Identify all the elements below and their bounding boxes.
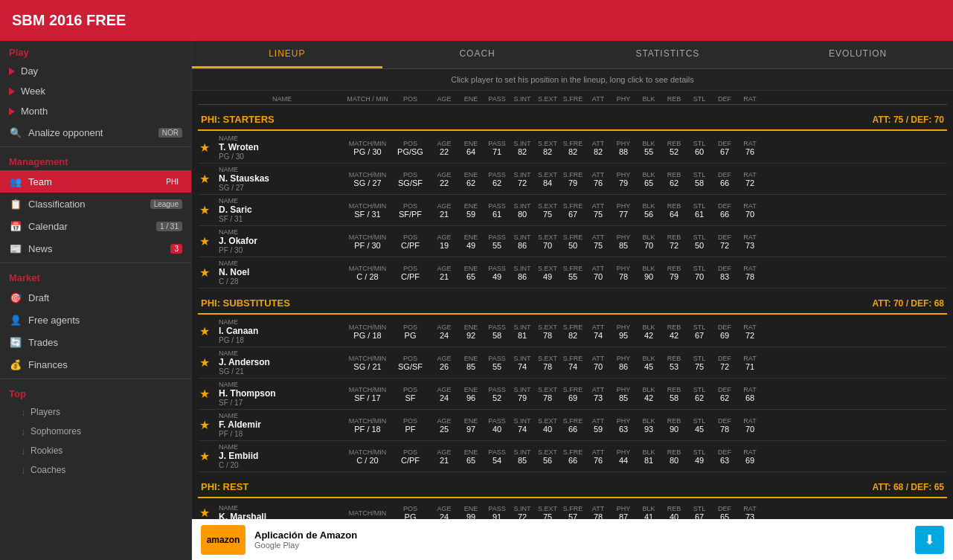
amazon-download-button[interactable]: ⬇ <box>915 526 944 554</box>
arrow-icon <box>9 108 15 115</box>
starters-header: PHI: STARTERS ATT: 75 / DEF: 70 <box>198 109 947 131</box>
sidebar-section-top: Top <box>0 382 191 402</box>
table-row[interactable]: ★NAMEN. NoelC / 28MATCH/MINC / 28POSC/PF… <box>198 257 947 289</box>
search-icon: 🔍 <box>9 126 22 139</box>
sidebar-item-trades[interactable]: 🔄 Trades <box>0 331 191 353</box>
tab-bar: LINEUP COACH STATISTITCS EVOLUTION <box>192 41 953 69</box>
table-row[interactable]: ★NAMEI. CanaanPG / 18MATCH/MINPG / 18POS… <box>198 316 947 347</box>
tab-lineup[interactable]: LINEUP <box>192 41 382 68</box>
down-arrow-icon: ↓ <box>21 406 26 418</box>
table-row[interactable]: ★NAMEJ. OkaforPF / 30MATCH/MINPF / 30POS… <box>198 226 947 257</box>
list-icon: 📋 <box>9 197 22 210</box>
down-arrow-icon: ↓ <box>21 425 26 437</box>
agent-icon: 👤 <box>9 313 22 326</box>
table-row[interactable]: ★NAMEF. AldemirPF / 18MATCH/MINPF / 18PO… <box>198 410 947 441</box>
star-icon[interactable]: ★ <box>199 506 210 519</box>
star-icon[interactable]: ★ <box>199 325 210 338</box>
trade-icon: 🔄 <box>9 335 22 349</box>
star-icon[interactable]: ★ <box>199 356 210 369</box>
draft-icon: 🎯 <box>9 291 22 304</box>
sidebar: Play Day Week Month 🔍 Analize opponent N… <box>0 41 192 560</box>
table-row[interactable]: ★NAMEJ. AndersonSG / 21MATCH/MINSG / 21P… <box>198 347 947 379</box>
app-header: SBM 2016 FREE <box>0 0 953 41</box>
starters-title: PHI: STARTERS <box>201 114 275 125</box>
amazon-text: Aplicación de Amazon Google Play <box>254 530 357 550</box>
table-row[interactable]: ★NAMEK. MarshallMATCH/MINPOSPGAGE24ENE99… <box>198 500 947 519</box>
substitutes-stats: ATT: 70 / DEF: 68 <box>873 298 945 309</box>
col-header-match: MATCH / MIN <box>345 95 390 103</box>
rest-header: PHI: REST ATT: 68 / DEF: 65 <box>198 477 947 498</box>
star-icon[interactable]: ★ <box>199 266 210 279</box>
sidebar-item-team[interactable]: 👥 Team PHI <box>0 170 191 193</box>
divider <box>0 379 191 379</box>
amazon-logo: amazon <box>201 525 246 555</box>
sidebar-item-analize[interactable]: 🔍 Analize opponent NOR <box>0 121 191 144</box>
rest-rows: ★NAMEK. MarshallMATCH/MINPOSPGAGE24ENE99… <box>198 500 947 519</box>
down-arrow-icon: ↓ <box>21 445 26 457</box>
team-icon: 👥 <box>9 175 22 188</box>
col-header-pos: POS <box>390 95 431 103</box>
down-arrow-icon: ↓ <box>21 464 26 476</box>
starters-rows: ★NAMET. WrotenPG / 30MATCH/MINPG / 30POS… <box>198 132 947 289</box>
rest-stats: ATT: 68 / DEF: 65 <box>873 482 945 492</box>
sidebar-section-market: Market <box>0 266 191 286</box>
sidebar-section-management: Management <box>0 150 191 170</box>
sidebar-item-news[interactable]: 📰 News 3 <box>0 237 191 260</box>
sidebar-item-sophomores[interactable]: ↓ Sophomores <box>0 422 191 441</box>
amazon-bar: amazon Aplicación de Amazon Google Play … <box>192 519 953 560</box>
download-icon: ⬇ <box>924 532 935 547</box>
table-row[interactable]: ★NAMEH. ThompsonSF / 17MATCH/MINSF / 17P… <box>198 379 947 410</box>
news-icon: 📰 <box>9 242 22 255</box>
col-header-name: NAME <box>219 95 345 103</box>
sidebar-item-free-agents[interactable]: 👤 Free agents <box>0 309 191 331</box>
substitutes-rows: ★NAMEI. CanaanPG / 18MATCH/MINPG / 18POS… <box>198 316 947 472</box>
star-icon[interactable]: ★ <box>199 173 210 185</box>
sidebar-item-week[interactable]: Week <box>0 81 191 101</box>
col-header-age: AGE <box>431 95 458 103</box>
star-icon[interactable]: ★ <box>199 141 210 154</box>
sidebar-item-coaches[interactable]: ↓ Coaches <box>0 460 191 480</box>
sidebar-item-players[interactable]: ↓ Players <box>0 402 191 422</box>
sidebar-item-classification[interactable]: 📋 Classification League <box>0 193 191 215</box>
substitutes-header: PHI: SUBSTITUTES ATT: 70 / DEF: 68 <box>198 293 947 315</box>
divider <box>0 147 191 147</box>
calendar-icon: 📅 <box>9 219 22 233</box>
tab-statistics[interactable]: STATISTITCS <box>573 41 763 68</box>
table-row[interactable]: ★NAMED. SaricSF / 31MATCH/MINSF / 31POSS… <box>198 195 947 226</box>
star-icon[interactable]: ★ <box>199 419 210 431</box>
main-content: LINEUP COACH STATISTITCS EVOLUTION Click… <box>192 41 953 560</box>
sidebar-item-day[interactable]: Day <box>0 61 191 81</box>
roster-content: NAME MATCH / MIN POS AGE ENE PASS S.INT … <box>192 91 953 519</box>
col-header-ene: ENE <box>458 95 484 103</box>
substitutes-title: PHI: SUBSTITUTES <box>201 297 290 309</box>
divider <box>0 263 191 263</box>
rest-title: PHI: REST <box>201 481 248 492</box>
sidebar-section-play: Play <box>0 41 191 61</box>
arrow-icon <box>9 68 15 75</box>
star-icon[interactable]: ★ <box>199 204 210 216</box>
tab-coach[interactable]: COACH <box>382 41 573 68</box>
table-row[interactable]: ★NAMEN. StauskasSG / 27MATCH/MINSG / 27P… <box>198 164 947 195</box>
finance-icon: 💰 <box>9 358 22 371</box>
starters-stats: ATT: 75 / DEF: 70 <box>873 115 945 125</box>
sidebar-item-finances[interactable]: 💰 Finances <box>0 353 191 376</box>
table-row[interactable]: ★NAMET. WrotenPG / 30MATCH/MINPG / 30POS… <box>198 132 947 164</box>
star-icon[interactable]: ★ <box>199 235 210 248</box>
star-icon[interactable]: ★ <box>199 387 210 400</box>
app-title: SBM 2016 FREE <box>12 12 126 29</box>
sidebar-item-calendar[interactable]: 📅 Calendar 1 / 31 <box>0 215 191 237</box>
arrow-icon <box>9 88 15 95</box>
sidebar-item-draft[interactable]: 🎯 Draft <box>0 286 191 309</box>
table-row[interactable]: ★NAMEJ. EmbiidC / 20MATCH/MINC / 20POSC/… <box>198 441 947 472</box>
sidebar-item-month[interactable]: Month <box>0 101 191 121</box>
sidebar-item-rookies[interactable]: ↓ Rookies <box>0 441 191 460</box>
tab-evolution[interactable]: EVOLUTION <box>763 41 953 68</box>
star-icon[interactable]: ★ <box>199 450 210 463</box>
info-bar: Click player to set his position in the … <box>192 69 953 91</box>
